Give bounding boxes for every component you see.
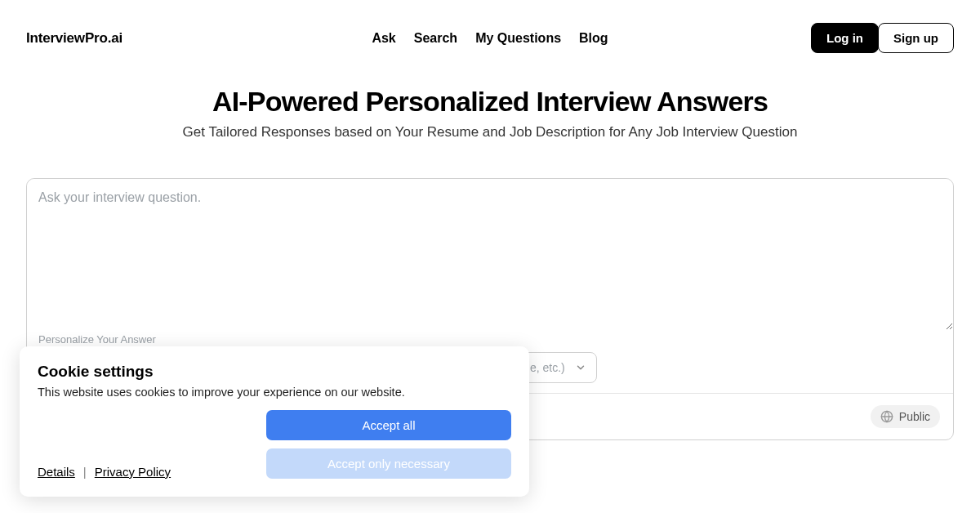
nav-search[interactable]: Search: [414, 31, 457, 46]
cookie-description: This website uses cookies to improve you…: [38, 386, 511, 399]
nav-blog[interactable]: Blog: [579, 31, 608, 46]
globe-icon: [880, 410, 893, 423]
page-title: AI-Powered Personalized Interview Answer…: [26, 86, 954, 118]
chevron-down-icon: [575, 362, 586, 373]
visibility-label: Public: [899, 410, 930, 423]
signup-button[interactable]: Sign up: [878, 23, 954, 53]
cookie-title: Cookie settings: [38, 363, 511, 381]
privacy-policy-link[interactable]: Privacy Policy: [95, 465, 171, 479]
login-button[interactable]: Log in: [811, 23, 879, 53]
separator: |: [83, 465, 87, 479]
visibility-toggle[interactable]: Public: [871, 405, 940, 428]
nav-ask[interactable]: Ask: [372, 31, 395, 46]
cookie-settings-modal: Cookie settings This website uses cookie…: [20, 346, 529, 497]
question-input[interactable]: [27, 179, 953, 330]
main-nav: Ask Search My Questions Blog: [372, 31, 608, 46]
logo: InterviewPro.ai: [26, 30, 122, 47]
nav-my-questions[interactable]: My Questions: [475, 31, 561, 46]
accept-necessary-button[interactable]: Accept only necessary: [266, 448, 511, 479]
accept-all-button[interactable]: Accept all: [266, 410, 511, 440]
personalize-label: Personalize Your Answer: [38, 333, 942, 346]
cookie-details-link[interactable]: Details: [38, 465, 75, 479]
auth-buttons: Log in Sign up: [811, 23, 954, 53]
page-subtitle: Get Tailored Responses based on Your Res…: [26, 124, 954, 141]
